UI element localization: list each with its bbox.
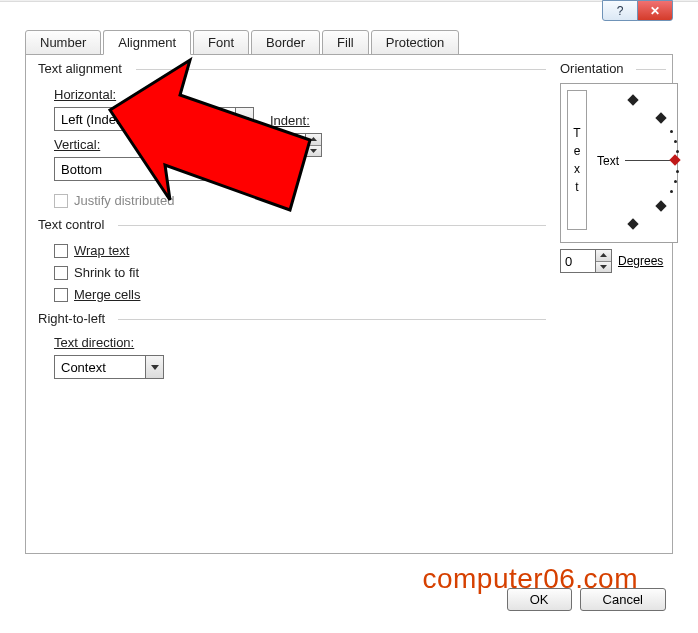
degrees-label: Degrees xyxy=(618,254,663,268)
merge-cells-checkbox[interactable] xyxy=(54,288,68,302)
tab-font[interactable]: Font xyxy=(193,30,249,55)
justify-distributed-checkbox xyxy=(54,194,68,208)
svg-marker-6 xyxy=(600,265,607,269)
vertical-label: Vertical: xyxy=(54,137,100,152)
svg-marker-2 xyxy=(310,149,317,153)
divider xyxy=(636,69,666,70)
indent-spinner[interactable] xyxy=(270,133,322,157)
title-bar xyxy=(0,0,698,2)
orientation-indicator-line xyxy=(625,160,670,161)
degrees-spinner[interactable] xyxy=(560,249,612,273)
wrap-text-label: Wrap text xyxy=(74,243,129,258)
divider xyxy=(118,319,546,320)
group-rtl: Right-to-left xyxy=(38,311,105,326)
svg-marker-0 xyxy=(241,117,249,122)
merge-cells-label: Merge cells xyxy=(74,287,140,302)
orientation-point-top[interactable] xyxy=(627,94,638,105)
shrink-to-fit-checkbox[interactable] xyxy=(54,266,68,280)
tab-fill[interactable]: Fill xyxy=(322,30,369,55)
tab-panel-alignment: Text alignment Horizontal: Left (Indent)… xyxy=(25,54,673,554)
degrees-input[interactable] xyxy=(561,250,595,272)
tab-strip: Number Alignment Font Border Fill Protec… xyxy=(25,30,688,55)
svg-marker-4 xyxy=(151,365,159,370)
wrap-text-checkbox[interactable] xyxy=(54,244,68,258)
orientation-point-bottom[interactable] xyxy=(627,218,638,229)
group-orientation: Orientation xyxy=(560,61,624,76)
justify-distributed-label: Justify distributed xyxy=(74,193,174,208)
group-text-control: Text control xyxy=(38,217,104,232)
indent-input[interactable] xyxy=(271,134,305,156)
format-cells-dialog: Number Alignment Font Border Fill Protec… xyxy=(10,10,688,623)
indent-label: Indent: xyxy=(270,113,310,128)
horizontal-combo-value: Left (Indent) xyxy=(55,112,235,127)
chevron-down-icon[interactable] xyxy=(145,356,163,378)
tab-number[interactable]: Number xyxy=(25,30,101,55)
orientation-dot[interactable] xyxy=(674,140,677,143)
text-direction-value: Context xyxy=(55,360,145,375)
text-direction-label: Text direction: xyxy=(54,335,134,350)
tab-border[interactable]: Border xyxy=(251,30,320,55)
orientation-dot[interactable] xyxy=(670,130,673,133)
orientation-dot[interactable] xyxy=(670,190,673,193)
divider xyxy=(136,69,546,70)
close-button[interactable]: ✕ xyxy=(637,0,673,21)
chevron-down-icon[interactable] xyxy=(235,158,253,180)
svg-marker-1 xyxy=(310,137,317,141)
svg-marker-5 xyxy=(600,253,607,257)
text-direction-combo[interactable]: Context xyxy=(54,355,164,379)
orientation-point[interactable] xyxy=(655,200,666,211)
shrink-to-fit-label: Shrink to fit xyxy=(74,265,139,280)
divider xyxy=(118,225,546,226)
orientation-dial[interactable]: Text xyxy=(587,84,677,236)
tab-protection[interactable]: Protection xyxy=(371,30,460,55)
tab-alignment[interactable]: Alignment xyxy=(103,30,191,55)
watermark-text: computer06.com xyxy=(422,563,638,595)
orientation-point[interactable] xyxy=(655,112,666,123)
spin-down-icon[interactable] xyxy=(306,146,321,157)
spin-down-icon[interactable] xyxy=(596,262,611,273)
vertical-combo[interactable]: Bottom xyxy=(54,157,254,181)
orientation-dot[interactable] xyxy=(674,180,677,183)
orientation-preview[interactable]: T e x t Text xyxy=(560,83,678,243)
orientation-dot[interactable] xyxy=(676,170,679,173)
horizontal-label: Horizontal: xyxy=(54,87,116,102)
spin-up-icon[interactable] xyxy=(596,250,611,262)
horizontal-combo[interactable]: Left (Indent) xyxy=(54,107,254,131)
orientation-vertical-text[interactable]: T e x t xyxy=(567,90,587,230)
chevron-down-icon[interactable] xyxy=(235,108,253,130)
orientation-point-active[interactable] xyxy=(669,154,680,165)
spin-up-icon[interactable] xyxy=(306,134,321,146)
orientation-text-label: Text xyxy=(597,154,619,168)
svg-marker-3 xyxy=(241,167,249,172)
orientation-dot[interactable] xyxy=(676,150,679,153)
group-text-alignment: Text alignment xyxy=(38,61,122,76)
vertical-combo-value: Bottom xyxy=(55,162,235,177)
help-button[interactable]: ? xyxy=(602,0,638,21)
